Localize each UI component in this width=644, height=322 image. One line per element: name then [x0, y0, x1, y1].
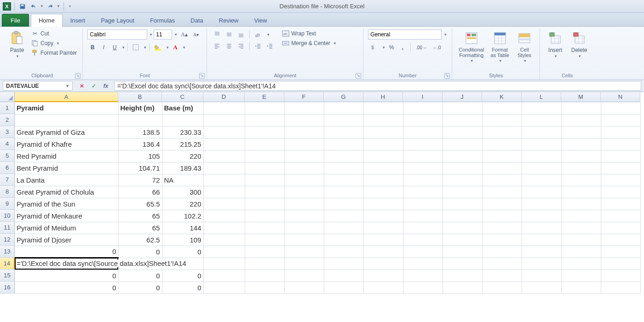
cancel-formula-button[interactable]: ✕ [76, 81, 87, 91]
cell[interactable] [324, 138, 363, 150]
cell[interactable]: 0 [118, 270, 162, 282]
cell[interactable] [403, 126, 443, 138]
cell[interactable] [561, 282, 601, 293]
cell[interactable]: 230.33 [162, 126, 203, 138]
cell[interactable] [482, 150, 522, 162]
cell[interactable] [363, 138, 403, 150]
cell[interactable]: 72 [118, 174, 162, 186]
cell[interactable]: Pyramid [15, 102, 118, 114]
cell[interactable] [482, 186, 522, 198]
shrink-font-button[interactable]: A▾ [191, 29, 201, 40]
cell[interactable] [245, 102, 284, 114]
cell[interactable]: Pyramid of Menkaure [15, 210, 118, 222]
cell[interactable] [482, 222, 522, 234]
cell[interactable] [601, 174, 640, 186]
cell-styles-button[interactable]: Cell Styles ▼ [514, 29, 535, 64]
cell[interactable] [363, 186, 403, 198]
cell[interactable] [403, 150, 443, 162]
cell[interactable] [284, 162, 324, 174]
cell[interactable] [203, 102, 245, 114]
qat-customize-icon[interactable]: ▾ [67, 4, 73, 8]
cell[interactable] [363, 234, 403, 246]
tab-view[interactable]: View [246, 14, 275, 27]
delete-cells-button[interactable]: Delete ▼ [569, 29, 590, 59]
align-center-button[interactable] [224, 41, 235, 51]
cell[interactable] [522, 282, 561, 293]
cell[interactable] [482, 234, 522, 246]
cell[interactable] [245, 150, 284, 162]
align-right-button[interactable] [236, 41, 247, 51]
cell[interactable]: Great Pyramid of Cholula [15, 186, 118, 198]
cell[interactable] [482, 102, 522, 114]
cell[interactable] [522, 270, 561, 282]
cell[interactable]: NA [162, 174, 203, 186]
cell[interactable] [203, 234, 245, 246]
cell[interactable] [203, 174, 245, 186]
row-header[interactable]: 1 [0, 102, 15, 114]
cell[interactable] [443, 138, 482, 150]
cell[interactable] [324, 186, 363, 198]
cell[interactable] [284, 198, 324, 210]
cell[interactable]: 65 [118, 222, 162, 234]
cell[interactable] [203, 138, 245, 150]
cell[interactable]: 105 [118, 150, 162, 162]
cell[interactable]: Height (m) [118, 102, 162, 114]
cell[interactable]: Bent Pyramid [15, 162, 118, 174]
cell[interactable] [482, 210, 522, 222]
cell[interactable] [324, 234, 363, 246]
insert-cells-button[interactable]: Insert ▼ [545, 29, 566, 59]
dialog-launcher-icon[interactable]: ↘ [75, 73, 80, 79]
cell[interactable] [245, 270, 284, 282]
dialog-launcher-icon[interactable]: ↘ [199, 73, 205, 79]
chevron-down-icon[interactable]: ▼ [121, 46, 125, 50]
tab-file[interactable]: File [2, 14, 29, 27]
cell[interactable] [443, 258, 482, 270]
row-header[interactable]: 6 [0, 162, 15, 174]
cell[interactable]: 62.5 [118, 234, 162, 246]
cell[interactable] [324, 198, 363, 210]
cell[interactable]: Pyramid of Djoser [15, 234, 118, 246]
cell[interactable] [245, 162, 284, 174]
cell[interactable] [443, 150, 482, 162]
cell[interactable] [443, 114, 482, 126]
cell[interactable] [284, 270, 324, 282]
font-color-button[interactable]: A [170, 42, 180, 52]
tab-data[interactable]: Data [183, 14, 211, 27]
cell[interactable] [522, 162, 561, 174]
cell[interactable] [443, 174, 482, 186]
cell[interactable] [203, 258, 245, 270]
borders-button[interactable] [130, 42, 141, 52]
column-header[interactable]: C [162, 92, 203, 102]
cell[interactable] [601, 270, 640, 282]
redo-dropdown-icon[interactable]: ▼ [57, 4, 60, 8]
cell[interactable] [561, 222, 601, 234]
cell[interactable]: 0 [15, 246, 118, 258]
cell[interactable] [522, 234, 561, 246]
cell[interactable] [601, 282, 640, 293]
cell[interactable] [482, 198, 522, 210]
row-header[interactable]: 12 [0, 234, 15, 246]
grow-font-button[interactable]: A▴ [178, 29, 190, 40]
cell[interactable] [324, 210, 363, 222]
cell[interactable] [284, 222, 324, 234]
cell[interactable] [601, 114, 640, 126]
cell[interactable] [443, 162, 482, 174]
cell[interactable] [601, 246, 640, 258]
cell[interactable] [363, 162, 403, 174]
cell[interactable] [324, 102, 363, 114]
cell[interactable] [363, 150, 403, 162]
cell[interactable] [601, 102, 640, 114]
cell[interactable] [482, 282, 522, 293]
chevron-down-icon[interactable]: ▼ [174, 33, 178, 37]
cell[interactable] [245, 138, 284, 150]
cut-button[interactable]: ✂ Cut [30, 29, 78, 38]
row-header[interactable]: 8 [0, 186, 15, 198]
cell[interactable] [443, 270, 482, 282]
chevron-down-icon[interactable]: ▼ [182, 46, 186, 50]
column-header[interactable]: D [203, 92, 245, 102]
cell[interactable] [363, 198, 403, 210]
number-format-select[interactable] [368, 29, 442, 40]
comma-button[interactable]: , [397, 42, 408, 52]
outdent-button[interactable] [253, 41, 264, 51]
cell[interactable] [284, 102, 324, 114]
